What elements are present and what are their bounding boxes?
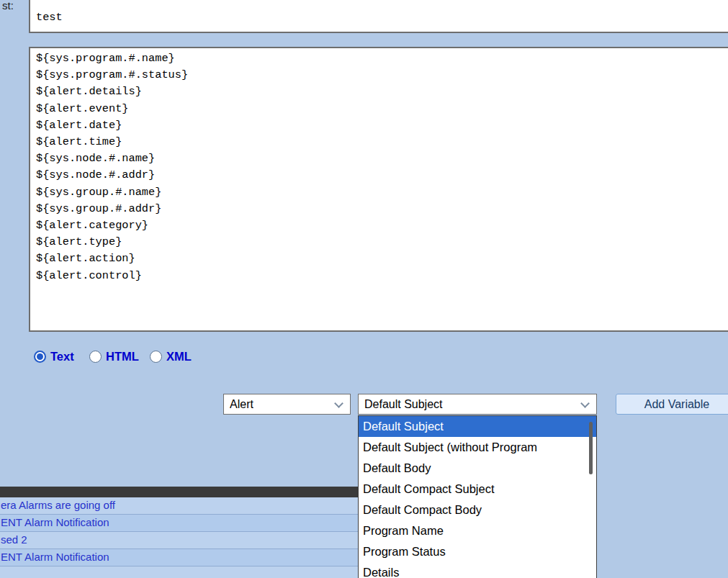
chevron-down-icon xyxy=(580,399,590,408)
dropdown-item-default-subject-without-program[interactable]: Default Subject (without Program xyxy=(359,437,596,458)
notification-template-dialog: st: ${sys.program.#.name} ${sys.program.… xyxy=(0,0,728,578)
alert-row-label: ENT Alarm Notification xyxy=(1,516,109,528)
dropdown-item-default-compact-body[interactable]: Default Compact Body xyxy=(359,500,596,520)
dropdown-item-program-status[interactable]: Program Status xyxy=(359,541,596,562)
template-variables-textarea[interactable]: ${sys.program.#.name} ${sys.program.#.st… xyxy=(29,47,728,332)
alert-row-label: sed 2 xyxy=(1,533,27,546)
alert-row[interactable]: ENT Alarm Notification xyxy=(0,515,358,532)
variable-template-dropdown: Default Subject Default Subject (without… xyxy=(358,415,597,578)
alert-row-label: era Alarms are going off xyxy=(1,499,115,511)
subject-input[interactable] xyxy=(29,0,728,33)
alert-row-label: ENT Alarm Notification xyxy=(1,551,109,563)
format-radio-xml-label[interactable]: XML xyxy=(166,350,192,363)
alert-row[interactable]: ENT Alarm Notification xyxy=(0,549,358,566)
alerts-table-header xyxy=(0,487,358,497)
alert-row[interactable] xyxy=(0,566,358,578)
dropdown-item-default-compact-subject[interactable]: Default Compact Subject xyxy=(359,479,596,500)
subject-label-fragment: st: xyxy=(2,0,14,12)
format-radio-html[interactable] xyxy=(89,351,102,363)
add-variable-button[interactable]: Add Variable xyxy=(616,394,728,415)
dropdown-item-program-name[interactable]: Program Name xyxy=(359,520,596,541)
dropdown-item-default-subject[interactable]: Default Subject xyxy=(359,416,596,437)
chevron-down-icon xyxy=(334,399,343,408)
variable-category-value: Alert xyxy=(230,394,253,414)
variable-template-value: Default Subject xyxy=(364,394,443,414)
format-radio-text-label[interactable]: Text xyxy=(50,350,74,363)
dropdown-item-details[interactable]: Details xyxy=(359,562,596,578)
alert-row[interactable]: era Alarms are going off xyxy=(0,497,358,515)
format-radio-html-label[interactable]: HTML xyxy=(106,350,139,363)
dropdown-item-default-body[interactable]: Default Body xyxy=(359,458,596,479)
alert-row[interactable]: sed 2 xyxy=(0,532,358,549)
format-radio-text[interactable] xyxy=(34,351,46,363)
dropdown-scrollbar-thumb[interactable] xyxy=(589,422,593,474)
variable-category-select[interactable]: Alert xyxy=(223,394,351,415)
variable-template-select[interactable]: Default Subject xyxy=(358,394,597,415)
format-radio-xml[interactable] xyxy=(150,351,162,363)
